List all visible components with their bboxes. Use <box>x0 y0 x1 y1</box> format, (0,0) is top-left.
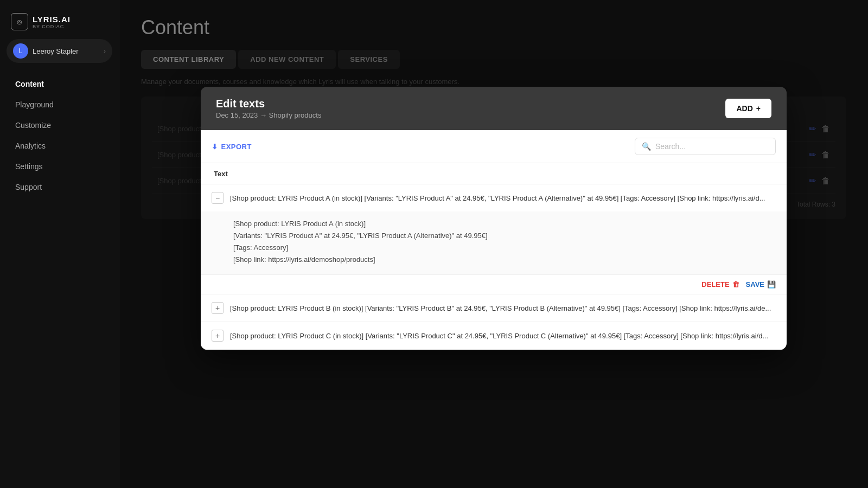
save-button[interactable]: SAVE 💾 <box>746 280 776 288</box>
expand-button[interactable]: + <box>212 330 224 342</box>
table-row: − [Shop product: LYRIS Product A (in sto… <box>201 184 787 294</box>
logo-name: LYRIS.AI <box>33 15 71 24</box>
table-row: + [Shop product: LYRIS Product B (in sto… <box>201 294 787 322</box>
logo-sub: BY CODIAC <box>33 24 71 29</box>
modal-add-button[interactable]: ADD + <box>725 99 771 118</box>
sidebar: ◎ LYRIS.AI BY CODIAC L Leeroy Stapler › … <box>0 0 119 488</box>
row-text: [Shop product: LYRIS Product A (in stock… <box>230 194 776 202</box>
row-text: [Shop product: LYRIS Product B (in stock… <box>230 304 776 312</box>
search-box: 🔍 <box>635 138 776 155</box>
delete-button[interactable]: DELETE 🗑 <box>701 280 739 288</box>
expanded-content: [Shop product: LYRIS Product A (in stock… <box>201 211 787 274</box>
row-actions-bar: DELETE 🗑 SAVE 💾 <box>201 274 787 294</box>
expand-button[interactable]: + <box>212 302 224 314</box>
edit-texts-modal: Edit texts Dec 15, 2023 → Shopify produc… <box>201 87 787 350</box>
search-icon: 🔍 <box>642 142 651 151</box>
sidebar-item-analytics[interactable]: Analytics <box>4 136 114 156</box>
export-label: EXPORT <box>221 143 252 151</box>
table-row-main: + [Shop product: LYRIS Product C (in sto… <box>201 322 787 349</box>
export-icon: ⬇ <box>212 143 218 151</box>
modal-body: ⬇ EXPORT 🔍 Text − [Shop product: LYR <box>201 130 787 350</box>
user-name: Leeroy Stapler <box>33 47 79 55</box>
export-button[interactable]: ⬇ EXPORT <box>212 143 252 151</box>
delete-label: DELETE <box>701 280 729 288</box>
col-text-header: Text <box>214 170 228 178</box>
modal-title: Edit texts <box>216 98 321 110</box>
modal-overlay: Edit texts Dec 15, 2023 → Shopify produc… <box>119 0 868 488</box>
sidebar-item-content[interactable]: Content <box>4 74 114 94</box>
table-row: + [Shop product: LYRIS Product C (in sto… <box>201 322 787 350</box>
plus-icon: + <box>215 304 220 312</box>
sidebar-item-support[interactable]: Support <box>4 177 114 197</box>
modal-header: Edit texts Dec 15, 2023 → Shopify produc… <box>201 87 787 130</box>
modal-subtitle: Dec 15, 2023 → Shopify products <box>216 111 321 119</box>
plus-icon: + <box>215 331 220 340</box>
chevron-right-icon: › <box>104 47 106 55</box>
sidebar-item-playground[interactable]: Playground <box>4 95 114 114</box>
search-input[interactable] <box>655 142 769 151</box>
collapse-button[interactable]: − <box>212 192 224 204</box>
logo-icon: ◎ <box>11 13 28 30</box>
sidebar-item-settings[interactable]: Settings <box>4 157 114 176</box>
table-row-main: − [Shop product: LYRIS Product A (in sto… <box>201 184 787 211</box>
expanded-text: [Shop product: LYRIS Product A (in stock… <box>233 218 754 266</box>
minus-icon: − <box>215 194 220 202</box>
save-icon: 💾 <box>767 280 776 288</box>
sidebar-item-customize[interactable]: Customize <box>4 115 114 135</box>
table-header: Text <box>201 163 787 184</box>
user-pill[interactable]: L Leeroy Stapler › <box>7 39 112 63</box>
logo: ◎ LYRIS.AI BY CODIAC <box>0 9 119 39</box>
avatar: L <box>13 43 28 59</box>
nav-items: Content Playground Customize Analytics S… <box>0 74 119 197</box>
plus-icon: + <box>756 104 761 113</box>
table-row-main: + [Shop product: LYRIS Product B (in sto… <box>201 294 787 322</box>
add-label: ADD <box>736 104 752 113</box>
modal-toolbar: ⬇ EXPORT 🔍 <box>201 130 787 163</box>
row-text: [Shop product: LYRIS Product C (in stock… <box>230 332 776 340</box>
trash-icon: 🗑 <box>732 280 739 288</box>
save-label: SAVE <box>746 280 764 288</box>
